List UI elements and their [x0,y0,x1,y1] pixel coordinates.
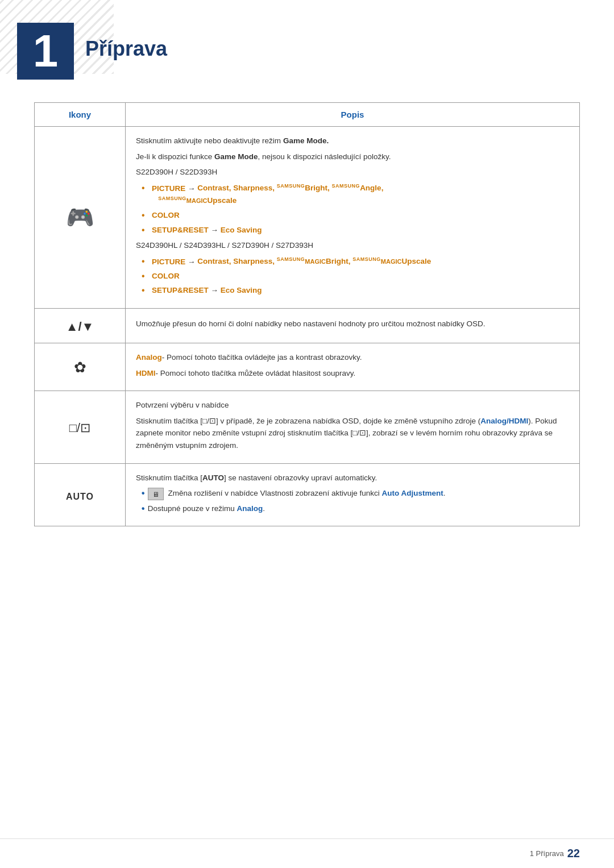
model-group-1: S22D390H / S22D393H [136,166,569,178]
menu-sub-2: Contrast, Sharpness, SAMSUNGMAGICBright,… [197,257,431,265]
menu-sub: Contrast, Sharpness, SAMSUNGBright, SAMS… [152,184,383,205]
gamepad-icon: 🎮 [66,205,94,230]
list-item: • Dostupné pouze v režimu Analog. [142,502,569,515]
game-mode-label: Game Mode. [283,136,329,145]
col-header-icons: Ikony [35,103,126,127]
arrow: → [188,184,197,192]
main-table: Ikony Popis 🎮 Stisknutím aktivujte nebo … [34,102,580,526]
monitor-icon: 🖥 [148,488,164,500]
auto-adjustment-label: Auto Adjustment [381,489,443,497]
content-area: Ikony Popis 🎮 Stisknutím aktivujte nebo … [0,102,614,560]
header: 1 Příprava [0,0,614,102]
bullet-dot: • [142,487,144,500]
analog-hdmi: Analog/HDMI [480,417,528,425]
auto-item-1: 🖥 Změna rozlišení v nabídce Vlastnosti z… [148,487,446,500]
chapter-number: 1 [17,23,74,80]
table-row: ▲/▼ Umožňuje přesun do horní či dolní na… [35,309,580,343]
auto-desc: Stisknutím tlačítka [AUTO] se nastavení … [136,472,569,484]
input-desc-1: Potvrzení výběru v nabídce [136,399,569,412]
input-desc-2: Stisknutím tlačítka [□/⊡] v případě, že … [136,415,569,452]
footer-page: 22 [567,847,580,860]
arrow-2: → [188,257,197,265]
bullet-list-1: PICTURE → Contrast, Sharpness, SAMSUNGBr… [136,182,569,236]
hdmi-desc: HDMI- Pomocí tohoto tlačítka můžete ovlá… [136,367,569,380]
chapter-title: Příprava [74,17,167,61]
hdmi-label: HDMI [136,369,156,377]
menu-item-2: PICTURE [152,257,185,265]
icon-cell-auto: AUTO [35,463,126,526]
bullet-list-2: PICTURE → Contrast, Sharpness, SAMSUNGMA… [136,255,569,297]
desc-cell-sun: Analog- Pomocí tohoto tlačítka ovládejte… [126,343,580,391]
arrows-desc: Umožňuje přesun do horní či dolní nabídk… [136,318,569,330]
table-row: □/⊡ Potvrzení výběru v nabídce Stisknutí… [35,391,580,463]
footer-label: 1 Příprava [530,849,564,858]
table-row: AUTO Stisknutím tlačítka [AUTO] se nasta… [35,463,580,526]
desc-cell-gamepad: Stisknutím aktivujte nebo deaktivujte re… [126,127,580,309]
setup-reset-2: SETUP&RESET [152,286,209,294]
arrow: → [211,226,221,234]
color-label-2: COLOR [152,272,180,280]
auto-label: AUTO [202,474,224,482]
col-header-desc: Popis [126,103,580,127]
list-item: COLOR [142,209,569,222]
icon-cell-input: □/⊡ [35,391,126,463]
menu-item: PICTURE [152,184,185,192]
table-row: ✿ Analog- Pomocí tohoto tlačítka ovládej… [35,343,580,391]
list-item: PICTURE → Contrast, Sharpness, SAMSUNGBr… [142,182,569,207]
input-switch-icon: □/⊡ [69,421,90,435]
analog-desc: Analog- Pomocí tohoto tlačítka ovládejte… [136,351,569,364]
color-label: COLOR [152,211,180,219]
analog-label: Analog [136,353,162,362]
arrow-3: → [211,286,221,294]
brightness-icon: ✿ [74,359,86,376]
list-item: COLOR [142,270,569,283]
desc-cell-arrows: Umožňuje přesun do horní či dolní nabídk… [126,309,580,343]
eco-saving-2: Eco Saving [221,286,262,294]
table-row: 🎮 Stisknutím aktivujte nebo deaktivujte … [35,127,580,309]
icon-cell-gamepad: 🎮 [35,127,126,309]
icon-cell-arrows: ▲/▼ [35,309,126,343]
analog-label-2: Analog [237,504,263,513]
list-item: SETUP&RESET → Eco Saving [142,224,569,236]
game-mode-label-2: Game Mode [214,152,258,161]
eco-saving: Eco Saving [221,226,262,234]
desc-text: Stisknutím aktivujte nebo deaktivujte re… [136,135,569,147]
bullet-dot-2: • [142,502,144,515]
auto-icon: AUTO [66,492,94,501]
list-item: • 🖥 Změna rozlišení v nabídce Vlastnosti… [142,487,569,500]
desc-cell-auto: Stisknutím tlačítka [AUTO] se nastavení … [126,463,580,526]
list-item: SETUP&RESET → Eco Saving [142,284,569,297]
list-item: PICTURE → Contrast, Sharpness, SAMSUNGMA… [142,255,569,268]
footer: 1 Příprava 22 [0,838,614,868]
auto-item-2: Dostupné pouze v režimu Analog. [148,502,265,515]
setup-reset: SETUP&RESET [152,226,209,234]
desc-cell-input: Potvrzení výběru v nabídce Stisknutím tl… [126,391,580,463]
auto-bullet-list: • 🖥 Změna rozlišení v nabídce Vlastnosti… [136,487,569,514]
arrows-icon: ▲/▼ [66,319,94,334]
model-group-2: S24D390HL / S24D393HL / S27D390H / S27D3… [136,239,569,252]
desc-text-2: Je-li k dispozici funkce Game Mode, nejs… [136,151,569,163]
icon-cell-sun: ✿ [35,343,126,391]
